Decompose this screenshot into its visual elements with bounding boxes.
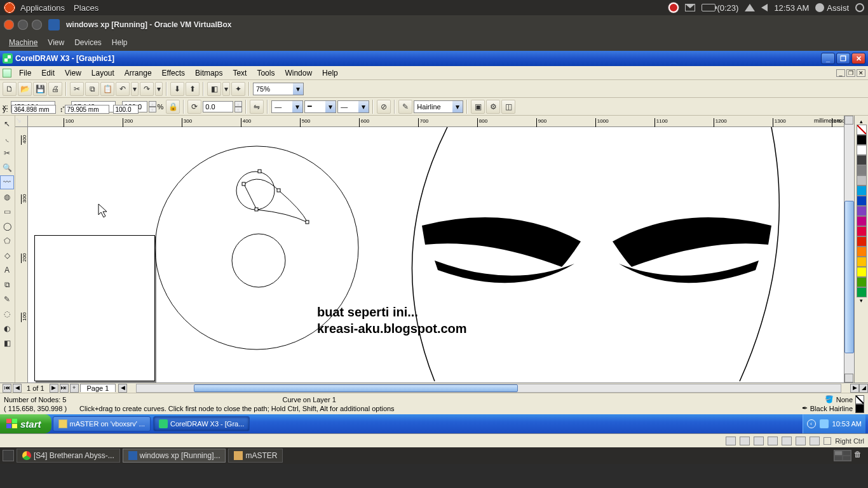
color-swatch[interactable] (857, 175, 867, 186)
last-page-button[interactable]: ⏭ (60, 384, 69, 393)
xp-minimize-button[interactable]: _ (821, 53, 835, 64)
lock-ratio-button[interactable]: 🔒 (166, 100, 180, 114)
angle-spinner[interactable]: ▴▾ (234, 101, 242, 112)
palette-scroll-up[interactable]: ▴ (860, 118, 863, 125)
zoom-tool[interactable]: 🔍 (0, 161, 14, 175)
color-swatch[interactable] (857, 155, 867, 165)
outline-tool[interactable]: ◌ (0, 307, 14, 321)
ubuntu-logo-icon[interactable] (4, 2, 15, 13)
color-swatch[interactable] (857, 196, 867, 206)
prev-page-button[interactable]: ◀ (13, 384, 22, 393)
zoom-value[interactable]: 75% (254, 85, 273, 93)
freehand-tool[interactable]: 〰 (0, 175, 14, 189)
vb-menu-devices[interactable]: Devices (71, 37, 105, 48)
color-swatch[interactable] (857, 145, 867, 155)
outline-width-combo[interactable]: Hairline▾ (414, 100, 463, 113)
color-swatch[interactable] (857, 186, 867, 196)
next-page-button[interactable]: ▶ (50, 384, 58, 393)
xp-close-button[interactable]: ✕ (851, 53, 865, 64)
redo-button[interactable]: ↷ (140, 82, 154, 96)
resize-grip[interactable]: ◢ (859, 384, 868, 393)
menu-edit[interactable]: Edit (36, 67, 60, 79)
fill-tool[interactable]: ◐ (0, 322, 14, 336)
menu-layout[interactable]: Layout (86, 67, 119, 79)
menu-bitmaps[interactable]: Bitmaps (190, 67, 227, 79)
color-swatch[interactable] (857, 247, 867, 257)
workspace-switcher[interactable] (834, 450, 851, 461)
line-start-combo[interactable]: —▾ (271, 100, 303, 113)
color-swatch[interactable] (857, 135, 867, 145)
vb-usb-icon[interactable] (768, 437, 778, 445)
color-swatch[interactable] (857, 206, 867, 216)
interactive-fill-tool[interactable]: ◧ (0, 336, 14, 350)
palette-scroll-down[interactable]: ▾ (860, 297, 863, 304)
virtualbox-titlebar[interactable]: windows xp [Running] - Oracle VM Virtual… (0, 15, 868, 34)
vb-display-icon[interactable] (796, 437, 806, 445)
vb-net-icon[interactable] (754, 437, 764, 445)
xp-clock[interactable]: 10:53 AM (832, 420, 862, 428)
color-swatch[interactable] (857, 216, 867, 226)
xp-maximize-button[interactable]: ❐ (836, 53, 850, 64)
wifi-icon[interactable] (745, 4, 755, 11)
undo-dropdown[interactable]: ▾ (131, 82, 139, 96)
color-swatch[interactable] (857, 257, 867, 267)
battery-icon[interactable] (702, 4, 715, 11)
systray-icon[interactable] (820, 419, 829, 428)
user-name[interactable]: Assist (827, 3, 849, 13)
hscroll-thumb[interactable] (194, 384, 518, 392)
start-button[interactable]: start (0, 414, 51, 433)
menu-text[interactable]: Text (227, 67, 252, 79)
basic-shapes-tool[interactable]: ◇ (0, 248, 14, 262)
ruler-origin[interactable]: ↘ (15, 116, 28, 127)
menu-arrange[interactable]: Arrange (119, 67, 157, 79)
vb-menu-help[interactable]: Help (108, 37, 132, 48)
no-fill-swatch[interactable] (857, 125, 867, 135)
vscroll-thumb[interactable] (844, 201, 854, 353)
mdi-minimize-button[interactable]: _ (836, 69, 845, 77)
gnome-places-menu[interactable]: Places (74, 3, 98, 13)
print-button[interactable]: 🖨 (48, 82, 62, 96)
canvas-area[interactable]: ↘ 10020030040050060070080090010001100120… (15, 116, 844, 383)
systray-expand-icon[interactable]: ‹ (807, 419, 816, 428)
angle-input[interactable] (203, 101, 233, 112)
y-position-input[interactable] (11, 105, 56, 114)
ellipse-tool[interactable]: ◯ (0, 219, 14, 233)
line-end-combo[interactable]: —▾ (337, 100, 369, 113)
vscroll-up[interactable]: ▴ (844, 116, 853, 125)
hscroll-right[interactable]: ▶ (850, 384, 859, 393)
app-launcher-button[interactable]: ◧ (207, 82, 221, 96)
polygon-tool[interactable]: ⬠ (0, 234, 14, 248)
add-page-button[interactable]: + (70, 384, 79, 393)
horizontal-scrollbar[interactable] (136, 384, 841, 393)
ub-task-master[interactable]: mASTER (228, 449, 283, 463)
gnome-applications-menu[interactable]: Applications (20, 3, 65, 13)
pick-tool[interactable]: ↖ (0, 117, 14, 131)
vb-cd-icon[interactable] (740, 437, 750, 445)
first-page-button[interactable]: ⏮ (3, 384, 11, 393)
wrap-text-button[interactable]: ▣ (471, 100, 485, 114)
vb-menu-machine[interactable]: Machine (5, 37, 41, 48)
snap-options-button[interactable]: ⚙ (486, 100, 500, 114)
ub-task-chrome[interactable]: [S4] Bretheran Abyss-... (17, 449, 120, 463)
import-button[interactable]: ⬇ (170, 82, 184, 96)
line-style-combo[interactable]: ━▾ (304, 100, 336, 113)
mdi-restore-button[interactable]: ❐ (846, 69, 855, 77)
vertical-scrollbar[interactable]: ▴ ▾ (844, 116, 854, 383)
horizontal-ruler[interactable]: 1002003004005006007008009001000110012001… (28, 116, 844, 127)
eyedropper-tool[interactable]: ✎ (0, 292, 14, 306)
vb-shared-icon[interactable] (782, 437, 792, 445)
menu-effects[interactable]: Effects (157, 67, 190, 79)
hscroll-left[interactable]: ◀ (118, 384, 127, 393)
paste-button[interactable]: 📋 (100, 82, 114, 96)
ub-task-virtualbox[interactable]: windows xp [Running]... (123, 449, 226, 463)
bounding-box-button[interactable]: ◫ (501, 100, 515, 114)
vb-close-button[interactable] (4, 20, 14, 30)
clock-label[interactable]: 12:53 AM (774, 3, 809, 13)
rectangle-tool[interactable]: ▭ (0, 205, 14, 219)
sound-icon[interactable] (761, 4, 768, 11)
vb-hdd-icon[interactable] (726, 437, 736, 445)
trash-icon[interactable]: 🗑 (854, 450, 865, 461)
outline-swatch-black[interactable] (855, 404, 864, 413)
menu-view[interactable]: View (60, 67, 86, 79)
interactive-blend-tool[interactable]: ⧉ (0, 278, 14, 292)
